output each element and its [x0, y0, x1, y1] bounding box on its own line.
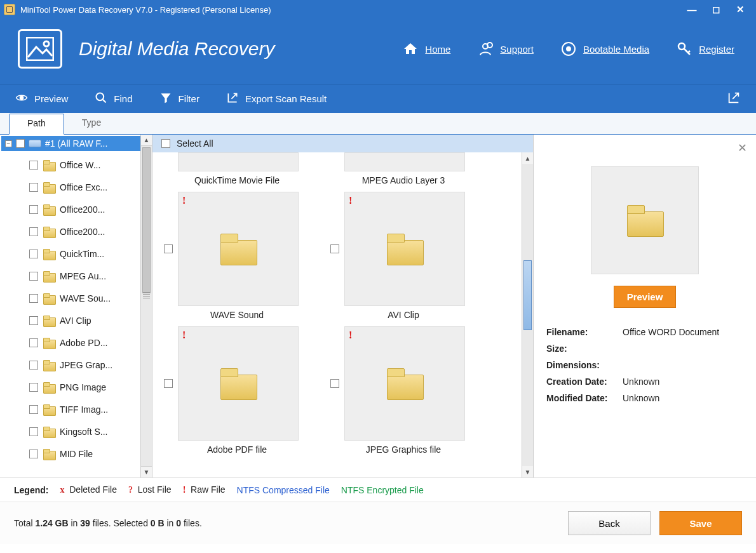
tree-item-label: Office Exc...: [60, 182, 107, 192]
thumbnail[interactable]: !: [178, 326, 299, 441]
raw-icon: !: [183, 485, 186, 495]
tree-root-checkbox[interactable]: [16, 139, 25, 148]
nav-home[interactable]: Home: [402, 41, 450, 57]
tree-item-label: Office200...: [60, 204, 105, 215]
find-button[interactable]: Find: [95, 91, 132, 106]
key-icon: [676, 41, 692, 57]
tree-item[interactable]: Adobe PD...: [29, 331, 140, 354]
dimensions-label: Dimensions:: [546, 360, 623, 370]
tree-item-label: Office200...: [60, 227, 105, 237]
creation-value: Unknown: [623, 376, 659, 387]
tree-item-checkbox[interactable]: [29, 383, 38, 392]
minimize-button[interactable]: —: [680, 1, 704, 18]
tab-path[interactable]: Path: [9, 114, 64, 135]
raw-mark-icon: !: [182, 330, 186, 341]
thumbnail-caption: MPEG Audio Layer 3: [330, 171, 476, 192]
tree-item-checkbox[interactable]: [29, 316, 38, 325]
preview-button[interactable]: Preview: [15, 91, 68, 106]
back-button[interactable]: Back: [568, 511, 651, 535]
folder-icon: [43, 404, 55, 415]
maximize-button[interactable]: ◻: [704, 1, 728, 18]
grid-scrollbar[interactable]: ▲ ▼: [522, 152, 533, 477]
tree-item-checkbox[interactable]: [29, 361, 38, 370]
preview-label: Preview: [34, 93, 68, 104]
close-button[interactable]: ✕: [728, 1, 752, 18]
tree-item-checkbox[interactable]: [29, 161, 38, 170]
tree-item[interactable]: QuickTim...: [29, 243, 140, 265]
scroll-up-icon[interactable]: ▲: [141, 135, 152, 146]
tree-item-checkbox[interactable]: [29, 205, 38, 214]
tree-item[interactable]: Office W...: [29, 154, 140, 176]
nav-support-label: Support: [500, 44, 534, 55]
tree-item[interactable]: JPEG Grap...: [29, 354, 140, 376]
preview-thumbnail: [591, 166, 699, 274]
select-all-bar: Select All: [152, 135, 533, 152]
tree-item[interactable]: Office200...: [29, 198, 140, 220]
tree-item-checkbox[interactable]: [29, 250, 38, 258]
filter-label: Filter: [179, 93, 199, 104]
tree-item-checkbox[interactable]: [29, 294, 38, 303]
tree-item-checkbox[interactable]: [29, 405, 38, 414]
folder-icon: [43, 249, 55, 259]
tree-item[interactable]: WAVE Sou...: [29, 287, 140, 309]
share-button[interactable]: [727, 91, 741, 107]
filter-button[interactable]: Filter: [159, 91, 199, 106]
title-bar: MiniTool Power Data Recovery V7.0 - Regi…: [0, 0, 756, 19]
size-label: Size:: [546, 343, 623, 354]
close-detail-button[interactable]: ✕: [738, 141, 747, 155]
thumbnail[interactable]: [178, 152, 299, 171]
scroll-down-icon[interactable]: ▼: [141, 466, 152, 477]
tree-item-checkbox[interactable]: [29, 272, 38, 281]
thumbnail[interactable]: !: [178, 192, 299, 306]
scroll-up-icon[interactable]: ▲: [522, 152, 533, 164]
thumbnail[interactable]: !: [344, 192, 465, 306]
item-checkbox[interactable]: [330, 244, 339, 253]
tree-item-checkbox[interactable]: [29, 227, 38, 236]
tree-item[interactable]: Office Exc...: [29, 176, 140, 198]
share-icon: [727, 91, 741, 107]
item-checkbox[interactable]: [164, 244, 173, 253]
tree-scrollbar[interactable]: ▲ ▼: [140, 135, 152, 477]
nav-home-label: Home: [425, 44, 450, 55]
export-button[interactable]: Export Scan Result: [226, 91, 327, 106]
legend-encrypted: NTFS Encrypted File: [341, 485, 424, 495]
header: Digital Media Recovery Home Support Boot…: [0, 19, 756, 84]
collapse-icon[interactable]: −: [5, 140, 12, 147]
scroll-thumb[interactable]: [142, 147, 151, 293]
folder-icon: [43, 316, 55, 326]
tree-item[interactable]: AVI Clip: [29, 309, 140, 331]
deleted-icon: x: [60, 485, 64, 495]
folder-icon: [43, 227, 55, 237]
tree-item[interactable]: MPEG Au...: [29, 265, 140, 287]
nav-register[interactable]: Register: [676, 41, 734, 57]
tree-item[interactable]: Office200...: [29, 220, 140, 243]
nav-support[interactable]: Support: [477, 41, 534, 57]
export-label: Export Scan Result: [245, 93, 327, 104]
tree-item-checkbox[interactable]: [29, 338, 38, 347]
folder-icon: [43, 204, 55, 215]
tree-item-checkbox[interactable]: [29, 427, 38, 436]
tree-root[interactable]: − #1 (All RAW F...: [1, 136, 140, 151]
tree-item[interactable]: TIFF Imag...: [29, 398, 140, 420]
tree-item[interactable]: MID File: [29, 443, 140, 465]
lost-icon: ?: [128, 485, 133, 495]
thumbnail[interactable]: [344, 152, 465, 171]
tree-item-checkbox[interactable]: [29, 183, 38, 192]
preview-button-large[interactable]: Preview: [614, 286, 677, 308]
thumbnail[interactable]: !: [344, 326, 465, 441]
item-checkbox[interactable]: [330, 379, 339, 388]
tree-item-checkbox[interactable]: [29, 450, 38, 458]
folder-icon: [220, 368, 256, 399]
tree-item[interactable]: PNG Image: [29, 376, 140, 398]
item-checkbox[interactable]: [164, 379, 173, 388]
svg-point-7: [20, 97, 24, 100]
scroll-down-icon[interactable]: ▼: [522, 466, 533, 477]
tree-item[interactable]: Kingsoft S...: [29, 420, 140, 443]
export-icon: [226, 91, 239, 106]
find-label: Find: [114, 93, 132, 104]
scroll-thumb[interactable]: [523, 260, 532, 330]
select-all-checkbox[interactable]: [161, 139, 170, 148]
tab-type[interactable]: Type: [64, 114, 119, 135]
save-button[interactable]: Save: [659, 511, 742, 535]
nav-bootable[interactable]: Bootable Media: [560, 41, 649, 57]
